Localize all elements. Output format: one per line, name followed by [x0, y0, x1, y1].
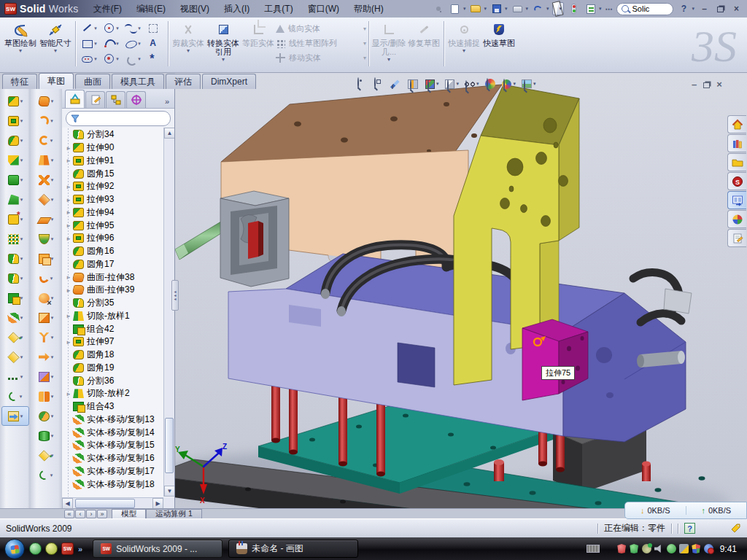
ribbon-tab[interactable]: 曲面 — [75, 74, 110, 89]
draft-icon[interactable]: ▾ — [1, 190, 29, 209]
expand-arrow-icon[interactable] — [64, 209, 73, 216]
sketch-entity-button[interactable]: ▾ — [122, 20, 144, 36]
appearances-icon[interactable] — [727, 210, 746, 228]
tree-item[interactable]: 圆角17 — [64, 258, 163, 271]
tree-item[interactable]: 组合43 — [64, 400, 163, 413]
tree-item[interactable]: 圆角16 — [64, 245, 163, 258]
search-box[interactable] — [616, 3, 673, 15]
design-library-icon[interactable] — [727, 134, 746, 152]
expand-arrow-icon[interactable] — [64, 183, 73, 190]
tree-item[interactable]: 实体-移动/复制18 — [64, 478, 163, 491]
offset-surface-icon[interactable]: ▾ — [32, 249, 60, 268]
tree-item[interactable]: 曲面-拉伸38 — [64, 271, 163, 284]
file-explorer-icon[interactable] — [727, 153, 746, 171]
scroll-down-button[interactable]: ▼ — [164, 486, 174, 497]
network-warning-icon[interactable] — [679, 544, 689, 553]
freeform-icon[interactable]: ▾ — [32, 229, 60, 249]
tree-item[interactable]: 拉伸97 — [64, 335, 163, 349]
tree-horizontal-scrollbar[interactable]: ◀ ▶ — [62, 497, 163, 508]
expand-arrow-icon[interactable] — [64, 390, 73, 397]
start-button[interactable] — [4, 539, 25, 559]
extend-surface-icon[interactable]: ▾ — [32, 327, 60, 347]
horizontal-scroll-thumb[interactable] — [75, 499, 135, 508]
stack-tool-button[interactable]: 线性草图阵列 ▾ — [276, 36, 366, 51]
scroll-up-button[interactable]: ▲ — [164, 128, 174, 139]
extruded-surface-icon[interactable]: ▾ — [32, 91, 60, 111]
untrim-surface-icon[interactable]: ▾ — [32, 367, 60, 386]
expand-arrow-icon[interactable] — [64, 144, 73, 152]
cavity-insert-block[interactable] — [220, 191, 289, 287]
panel-splitter-handle[interactable]: ◂◂◂ — [171, 280, 179, 311]
sync-blocked-icon[interactable] — [704, 544, 713, 553]
expand-arrow-icon[interactable] — [64, 287, 73, 294]
select-cursor-icon[interactable]: ▾ — [552, 2, 564, 15]
tree-item[interactable]: 圆角15 — [64, 167, 163, 180]
tree-item[interactable]: 拉伸93 — [64, 193, 163, 206]
trim-surface-icon[interactable]: ▾ — [32, 347, 60, 367]
planar-surface-icon[interactable]: ▾ — [32, 209, 60, 229]
tree-item[interactable]: 拉伸94 — [64, 206, 163, 219]
extruded-boss-icon[interactable]: ▾ — [1, 91, 29, 111]
sketch-entity-button[interactable]: ▾ — [100, 20, 122, 36]
sketch-entity-button[interactable]: ▾ — [144, 36, 166, 51]
open-folder-icon[interactable] — [469, 2, 482, 15]
quick-launch-icon[interactable] — [29, 542, 42, 555]
reference-axis-icon[interactable]: ▾ — [1, 367, 29, 386]
configuration-manager-tab[interactable] — [106, 91, 125, 108]
tree-filter-box[interactable] — [66, 111, 171, 126]
swept-surface-icon[interactable]: ▾ — [32, 131, 60, 150]
sketch-entity-button[interactable]: ▾ — [78, 20, 100, 36]
repair-sketch-button[interactable]: 修复草图 — [406, 20, 441, 68]
document-tab[interactable]: 模型 — [112, 509, 146, 518]
view-palette-icon[interactable] — [727, 191, 746, 209]
restore-button[interactable] — [714, 4, 727, 15]
trim-entities-button[interactable]: 剪裁实体 ▾ — [171, 20, 206, 68]
pin-icon[interactable] — [432, 2, 445, 15]
safely-remove-icon[interactable] — [667, 544, 676, 553]
extruded-cut-icon[interactable]: ▾ — [1, 111, 29, 131]
new-document-icon[interactable] — [449, 2, 462, 15]
tag-icon[interactable] — [730, 523, 741, 534]
headsup-tool-button[interactable]: ▾ — [373, 78, 384, 90]
security-center-icon[interactable] — [692, 544, 701, 553]
undo-icon[interactable] — [532, 2, 545, 15]
sketch-entity-button[interactable]: ▾ — [122, 36, 144, 51]
expand-arrow-icon[interactable] — [64, 273, 73, 281]
reference-plane-icon[interactable]: ▾ — [1, 347, 29, 367]
close-button[interactable]: × — [730, 4, 743, 15]
tree-item[interactable]: 圆角18 — [64, 349, 163, 362]
green-shield-icon[interactable] — [630, 544, 639, 553]
sketch-entity-button[interactable]: ▾ — [78, 51, 100, 66]
offset-entities-button[interactable]: 等距实体 — [241, 20, 276, 68]
expand-arrow-icon[interactable] — [64, 157, 73, 164]
tree-item[interactable]: 切除-放样2 — [64, 387, 163, 400]
smart-dimension-button[interactable]: 智能尺寸 ▾ — [38, 20, 73, 68]
rapid-sketch-button[interactable]: 快速草图 — [481, 20, 516, 68]
sketch-entity-button[interactable]: ▾ — [100, 51, 122, 66]
minimize-button[interactable]: – — [698, 4, 711, 15]
quick-launch-icon[interactable]: SW — [61, 542, 74, 555]
property-manager-tab[interactable] — [85, 91, 105, 108]
doc-restore-button[interactable] — [703, 82, 710, 88]
tree-item[interactable]: 实体-移动/复制14 — [64, 426, 163, 439]
feature-manager-tab[interactable] — [65, 90, 85, 108]
sketch-entity-button[interactable]: ▾ — [144, 51, 166, 66]
sketch-entity-button[interactable]: ▾ — [100, 36, 122, 51]
knit-surface-icon[interactable]: ▾ — [32, 386, 60, 406]
combine-icon[interactable]: ▾ — [1, 288, 29, 308]
tab-nav-button[interactable] — [64, 510, 74, 518]
scroll-right-button[interactable]: ▶ — [152, 498, 163, 509]
expand-arrow-icon[interactable] — [64, 235, 73, 242]
tab-nav-button[interactable] — [75, 510, 85, 518]
tree-item[interactable]: 分割35 — [64, 297, 163, 310]
fillet-icon[interactable]: ▾ — [1, 131, 29, 150]
status-help-icon[interactable]: ? — [684, 523, 695, 534]
delete-face-icon[interactable]: ▾ — [32, 288, 60, 308]
filled-surface-icon[interactable]: ▾ — [32, 190, 60, 209]
search-input[interactable] — [632, 4, 668, 13]
tree-item[interactable]: 拉伸96 — [64, 232, 163, 245]
scroll-left-button[interactable]: ◀ — [62, 498, 73, 509]
chamfer-icon[interactable]: ▾ — [1, 150, 29, 170]
custom-properties-icon[interactable] — [727, 229, 746, 247]
panel-overflow-chevron[interactable]: » — [165, 97, 173, 108]
